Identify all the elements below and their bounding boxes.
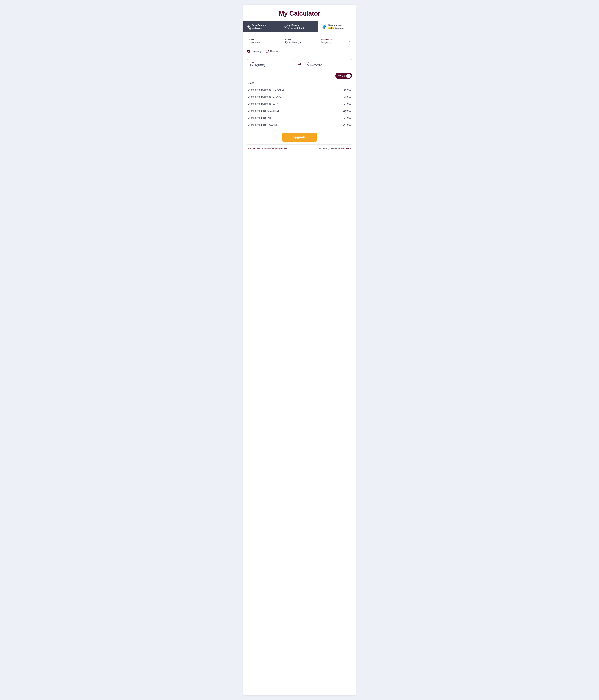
row-label-0: Economy to Business (V,L,K,M,S) (248, 89, 284, 91)
row-label-5: Economy to First (T,O,Q,N) (248, 123, 277, 126)
table-row: Economy to First (S,V,M,K,L) 110,000 (247, 107, 352, 115)
row-value-3: 110,000 (342, 109, 351, 112)
row-value-2: 37,000 (344, 102, 351, 105)
row-label-1: Economy to Business (O,T,N,Q) (248, 95, 282, 98)
plane-plus-icon: ✈ + (247, 24, 250, 29)
class-dropdown-value: Economy (249, 41, 278, 44)
one-way-label: One-way (251, 50, 261, 53)
upgrade-btn-row: upgrade (247, 133, 352, 142)
class-dropdown[interactable]: Class Economy ▾ (247, 37, 280, 45)
avios-toggle[interactable]: AVIOS (335, 73, 352, 79)
to-label: To (307, 61, 349, 63)
to-field[interactable]: To Doha(DOH) (304, 59, 352, 69)
row-label-3: Economy to First (S,V,M,K,L) (248, 109, 279, 112)
avios-row: AVIOS (247, 73, 352, 79)
tab-award-text: Book an award flight (291, 24, 304, 29)
airline-chevron-icon: ▾ (313, 40, 314, 42)
class-chevron-icon: ▾ (278, 40, 279, 42)
row-label-4: Economy to First (Y,B,H) (248, 117, 274, 119)
tab-award[interactable]: ✈ Book an award flight (281, 21, 318, 32)
upgrade-button[interactable]: upgrade (282, 133, 316, 142)
tab-earn-label: Earn Qpoints (252, 24, 266, 27)
toggle-ball (346, 74, 351, 78)
tab-earn[interactable]: ✈ + Earn Qpoints and Avios (243, 21, 281, 32)
not-enough-text: Not enough Avios? (319, 147, 337, 149)
results-table: Economy to Business (V,L,K,M,S) 55,000 E… (247, 86, 352, 128)
membership-dropdown-label: Membership (321, 39, 350, 40)
table-row: Economy to Business (B,H,Y) 37,000 (247, 100, 352, 107)
row-value-0: 55,000 (344, 89, 351, 91)
one-way-radio-circle (247, 50, 250, 53)
route-arrow-icon: ⇒ (297, 61, 302, 67)
from-value: Perth(PER) (250, 64, 292, 67)
footer-right: Not enough Avios? → Buy Avios (319, 147, 351, 149)
from-label: From (250, 61, 292, 63)
buy-avios-link[interactable]: Buy Avios (341, 147, 351, 149)
page-title: My Calculator (243, 5, 356, 21)
membership-chevron-icon: ▾ (349, 40, 350, 42)
trip-type-row: One-way Return (247, 50, 352, 53)
tab-baggage[interactable]: 🧳 Upgrade and extra baggage (318, 21, 356, 32)
return-radio[interactable]: Return (266, 50, 278, 53)
nav-tabs: ✈ + Earn Qpoints and Avios ✈ Book an awa… (243, 21, 356, 32)
footer-row: > Additional information - Award upgrade… (247, 147, 352, 149)
one-way-radio[interactable]: One-way (247, 50, 261, 53)
tab-baggage-label: Upgrade and (328, 24, 344, 27)
airline-dropdown-value: Qatar Airways (285, 41, 314, 44)
row-value-4: 74,000 (344, 117, 351, 119)
arrow-right-icon: → (338, 147, 340, 149)
plus-badge: + (249, 27, 251, 30)
table-row: Economy to Business (O,T,N,Q) 73,500 (247, 93, 352, 100)
tab-earn-text: Earn Qpoints and Avios (252, 24, 266, 29)
membership-dropdown[interactable]: Membership Burgundy ▾ (319, 37, 352, 45)
tab-award-sublabel: award flight (291, 27, 304, 30)
to-value: Doha(DOH) (307, 64, 349, 67)
suitcase-icon: 🧳 (322, 24, 327, 29)
main-content: Class Economy ▾ Airline Qatar Airways ▾ … (243, 32, 356, 154)
return-label: Return (270, 50, 278, 53)
class-dropdown-label: Class (249, 39, 278, 40)
row-value-1: 73,500 (344, 95, 351, 98)
row-label-2: Economy to Business (B,H,Y) (248, 102, 280, 105)
results-class-header: Class (247, 82, 352, 84)
additional-info-link[interactable]: > Additional information - Award upgrade… (248, 147, 287, 149)
tab-baggage-text: Upgrade and extra baggage (328, 24, 344, 29)
tab-baggage-sublabel: extra baggage (328, 27, 344, 30)
route-row: From Perth(PER) ⇒ To Doha(DOH) (247, 59, 352, 69)
tab-earn-sublabel: and Avios (252, 27, 266, 30)
table-row: Economy to First (Y,B,H) 74,000 (247, 115, 352, 121)
avios-toggle-label: AVIOS (338, 75, 345, 77)
row-value-5: 147,000 (342, 123, 351, 126)
from-field[interactable]: From Perth(PER) (247, 59, 295, 69)
membership-dropdown-value: Burgundy (321, 41, 350, 44)
airline-dropdown[interactable]: Airline Qatar Airways ▾ (283, 37, 316, 45)
tab-award-label: Book an (291, 24, 304, 27)
dropdowns-row: Class Economy ▾ Airline Qatar Airways ▾ … (247, 37, 352, 45)
table-row: Economy to Business (V,L,K,M,S) 55,000 (247, 86, 352, 93)
return-radio-circle (266, 50, 269, 53)
plane-globe-icon: ✈ (284, 24, 290, 30)
airline-dropdown-label: Airline (285, 39, 314, 40)
table-row: Economy to First (T,O,Q,N) 147,000 (247, 121, 352, 128)
